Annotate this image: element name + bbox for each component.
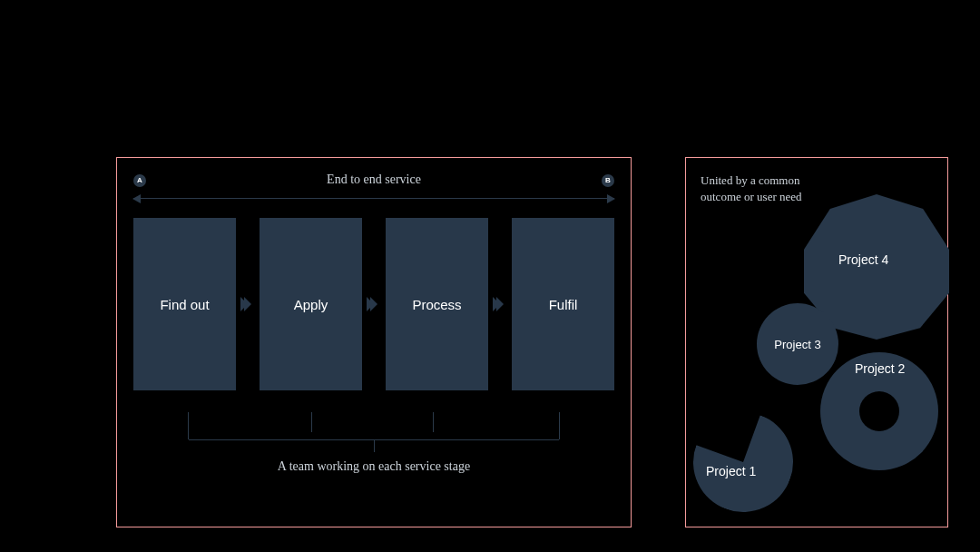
end-to-end-label: End to end service — [133, 172, 614, 187]
service-stages: Find out Apply Process Fulfil — [133, 218, 614, 390]
project-1-shape — [680, 399, 808, 527]
end-to-end-header: A B End to end service — [133, 174, 614, 187]
stage-apply: Apply — [260, 218, 362, 390]
diagram-canvas: A B End to end service Find out Apply Pr… — [0, 0, 980, 552]
double-arrow-icon — [133, 198, 614, 199]
panel-common-outcome: United by a common outcome or user need … — [685, 157, 948, 527]
stage-fulfil: Fulfil — [512, 218, 614, 390]
team-brace-icon — [188, 412, 560, 439]
project-1-label: Project 1 — [706, 465, 756, 478]
panel-end-to-end-service: A B End to end service Find out Apply Pr… — [116, 157, 632, 527]
project-4-label: Project 4 — [838, 253, 888, 266]
chevron-right-icon — [362, 218, 386, 390]
chevron-right-icon — [488, 218, 512, 390]
chevron-right-icon — [236, 218, 260, 390]
stage-find-out: Find out — [133, 218, 236, 390]
project-2-label: Project 2 — [855, 362, 905, 375]
stage-process: Process — [386, 218, 488, 390]
team-caption: A team working on each service stage — [117, 459, 631, 474]
project-3-shape: Project 3 — [757, 303, 838, 385]
common-outcome-caption: United by a common outcome or user need — [701, 172, 818, 204]
